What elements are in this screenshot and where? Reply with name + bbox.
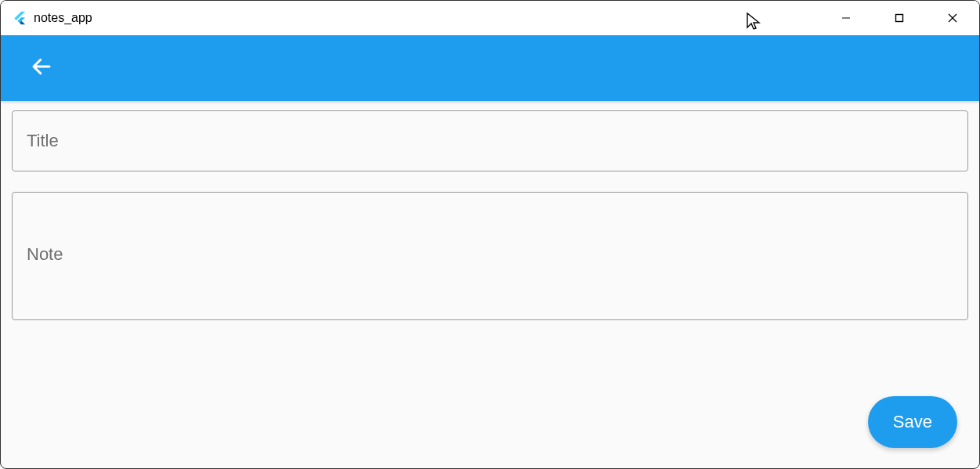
flutter-logo-icon [12, 10, 27, 26]
svg-rect-1 [896, 15, 903, 22]
titlebar-left: notes_app [12, 10, 92, 26]
back-button[interactable] [23, 49, 60, 87]
save-button-label: Save [893, 412, 932, 432]
window-controls [819, 1, 979, 35]
arrow-back-icon [30, 55, 53, 81]
note-input[interactable] [12, 192, 968, 320]
form-content [1, 101, 979, 330]
maximize-button[interactable] [873, 1, 926, 35]
minimize-button[interactable] [819, 1, 873, 35]
close-button[interactable] [926, 1, 979, 35]
window-titlebar: notes_app [1, 1, 979, 35]
save-button[interactable]: Save [868, 396, 957, 448]
window-title: notes_app [34, 11, 92, 25]
title-input[interactable] [12, 110, 968, 171]
app-bar [1, 35, 979, 101]
